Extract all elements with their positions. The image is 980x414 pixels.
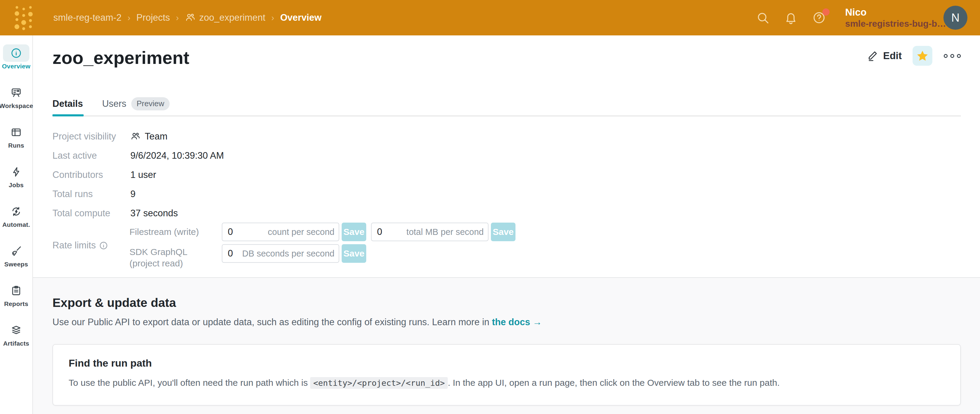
team-icon	[130, 131, 140, 142]
rate-limits-label: Rate limits	[52, 240, 108, 251]
sidebar-item-label: Jobs	[9, 182, 24, 189]
sidebar-item-automations[interactable]: Automat.	[0, 203, 32, 242]
filestream-count-input[interactable]	[222, 222, 339, 241]
sidebar-item-label: Overview	[2, 63, 30, 70]
breadcrumb-entity[interactable]: smle-reg-team-2	[53, 12, 121, 23]
breadcrumb-project-label: zoo_experiment	[199, 12, 266, 23]
edit-button[interactable]: Edit	[867, 50, 902, 61]
sidebar-item-reports[interactable]: Reports	[0, 282, 32, 321]
filestream-label: Filestream (write)	[129, 226, 199, 238]
detail-label: Project visibility	[52, 131, 130, 142]
project-overview-page: smle-reg-team-2 › Projects › zoo_experim…	[0, 0, 980, 414]
save-button[interactable]: Save	[491, 222, 515, 241]
ellipsis-icon	[950, 54, 954, 58]
pencil-icon	[867, 50, 878, 61]
sidebar-item-label: Artifacts	[3, 340, 29, 347]
tab-bar-divider	[52, 115, 961, 117]
sdk-graphql-label: SDK GraphQL	[129, 246, 187, 258]
sidebar-item-label: Workspace	[0, 102, 33, 110]
detail-value: 9	[130, 189, 135, 200]
top-navbar: smle-reg-team-2 › Projects › zoo_experim…	[0, 0, 980, 35]
tab-details[interactable]: Details	[52, 98, 83, 109]
sdk-graphql-sublabel: (project read)	[129, 257, 183, 269]
breadcrumb-separator: ›	[176, 13, 179, 23]
detail-row-total-runs: Total runs 9	[52, 188, 135, 200]
ellipsis-icon	[957, 54, 961, 58]
automations-icon	[11, 206, 22, 217]
info-icon[interactable]	[99, 241, 108, 250]
ellipsis-icon	[944, 54, 948, 58]
header-actions: Edit	[867, 46, 961, 66]
detail-label: Total runs	[52, 189, 130, 200]
find-run-path-card: Find the run path To use the public API,…	[52, 344, 961, 406]
detail-label: Last active	[52, 150, 130, 161]
star-icon	[916, 49, 929, 62]
filestream-mb-input[interactable]	[371, 222, 488, 241]
search-icon[interactable]	[756, 11, 770, 25]
sidebar-item-jobs[interactable]: Jobs	[0, 163, 32, 203]
avatar[interactable]: N	[943, 6, 967, 30]
report-icon	[11, 285, 22, 296]
docs-link[interactable]: the docs	[492, 317, 530, 327]
rate-limits-text: Rate limits	[52, 240, 96, 251]
export-section-title: Export & update data	[52, 296, 176, 310]
star-button[interactable]	[913, 46, 932, 66]
help-icon[interactable]	[812, 11, 826, 25]
filestream-mb-field: total MB per second Save	[371, 222, 515, 241]
run-path-code: <entity>/<project>/<run_id>	[310, 377, 448, 389]
sdk-graphql-input[interactable]	[222, 244, 339, 263]
info-circle-icon	[11, 47, 22, 59]
tab-users-label: Users	[102, 98, 126, 109]
sidebar-item-label: Reports	[4, 300, 29, 307]
breadcrumb-separator: ›	[127, 13, 130, 23]
sidebar-item-runs[interactable]: Runs	[0, 124, 32, 163]
detail-value: Team	[130, 131, 167, 142]
card-body: To use the public API, you'll often need…	[68, 376, 945, 390]
tab-active-indicator	[52, 114, 84, 117]
breadcrumb-separator: ›	[271, 13, 274, 23]
visibility-value: Team	[145, 131, 167, 142]
export-section-body: Use our Public API to export data or upd…	[52, 317, 542, 328]
export-body-text: Use our Public API to export data or upd…	[52, 317, 489, 327]
breadcrumb: smle-reg-team-2 › Projects › zoo_experim…	[53, 0, 321, 35]
more-options-button[interactable]	[943, 51, 961, 61]
detail-row-total-compute: Total compute 37 seconds	[52, 207, 178, 219]
breadcrumb-projects[interactable]: Projects	[136, 12, 170, 23]
export-section: Export & update data Use our Public API …	[33, 277, 980, 414]
lightning-icon	[11, 166, 22, 177]
user-org: smle-registries-bug-b…	[845, 18, 935, 29]
sidebar-item-label: Runs	[8, 142, 24, 149]
sidebar-item-workspace[interactable]: Workspace	[0, 84, 32, 124]
sidebar-item-label: Automat.	[2, 221, 30, 228]
bell-icon[interactable]	[784, 11, 798, 25]
sidebar-item-sweeps[interactable]: Sweeps	[0, 242, 32, 282]
save-button[interactable]: Save	[342, 222, 366, 241]
detail-row-last-active: Last active 9/6/2024, 10:39:30 AM	[52, 150, 224, 162]
detail-value: 37 seconds	[130, 208, 178, 219]
detail-label: Total compute	[52, 208, 130, 219]
user-menu[interactable]: Nico smle-registries-bug-b…	[845, 6, 935, 29]
card-body-text: . In the app UI, open a run page, then c…	[448, 378, 780, 388]
breadcrumb-project[interactable]: zoo_experiment	[185, 12, 266, 23]
workspace-icon	[11, 87, 22, 98]
user-name: Nico	[845, 6, 935, 18]
notification-dot	[822, 8, 830, 16]
sdk-graphql-field: DB seconds per second Save	[222, 244, 366, 263]
sidebar-item-artifacts[interactable]: Artifacts	[0, 321, 32, 361]
broom-icon	[11, 245, 22, 257]
detail-row-contributors: Contributors 1 user	[52, 169, 156, 181]
runs-table-icon	[11, 126, 22, 138]
navbar-right-cluster: Nico smle-registries-bug-b… N	[756, 0, 967, 35]
save-button[interactable]: Save	[342, 244, 366, 263]
page-title: zoo_experiment	[52, 47, 189, 68]
card-title: Find the run path	[68, 357, 960, 369]
card-body-text: To use the public API, you'll often need…	[68, 378, 310, 388]
breadcrumb-overview: Overview	[280, 12, 321, 23]
tab-users[interactable]: Users Preview	[102, 97, 170, 110]
wandb-logo-icon[interactable]	[13, 5, 34, 30]
sidebar-item-overview[interactable]: Overview	[0, 45, 32, 84]
sidebar-item-label: Sweeps	[4, 261, 28, 268]
edit-button-label: Edit	[883, 50, 902, 61]
detail-label: Contributors	[52, 169, 130, 180]
preview-badge: Preview	[131, 97, 170, 110]
